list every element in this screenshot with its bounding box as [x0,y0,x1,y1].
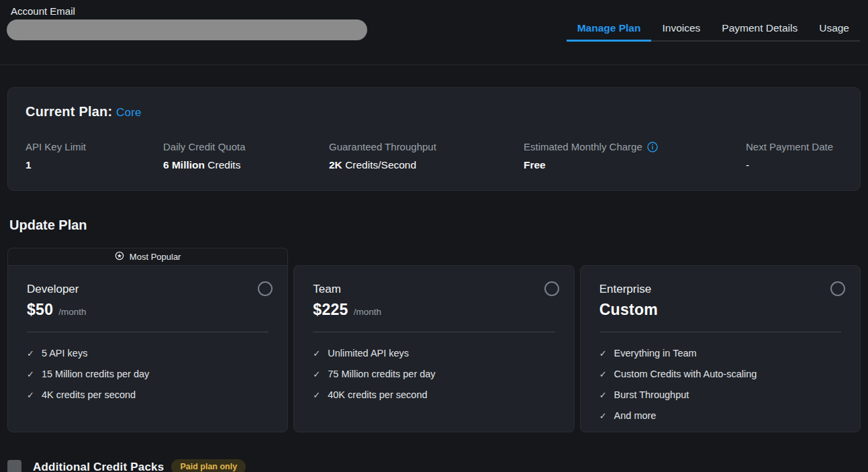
check-icon: ✓ [27,391,34,399]
plan-price: Custom [599,301,658,319]
plan-card-enterprise[interactable]: Enterprise Custom ✓ Everything in Team [580,265,861,432]
info-icon[interactable] [647,142,658,152]
page-header: Account Email Manage Plan Invoices Payme… [0,5,868,65]
plan-price: $225 [313,301,348,319]
check-icon: ✓ [313,349,320,358]
stat-daily-credit-quota: Daily Credit Quota 6 Million Credits [163,141,329,171]
plan-name: Team [313,283,554,296]
tab-manage-plan[interactable]: Manage Plan [567,5,652,42]
stat-next-payment-date: Next Payment Date - [746,141,842,171]
plan-option-developer: Most Popular Developer $50 /month ✓ 5 AP… [7,248,288,432]
plan-name: Enterprise [599,283,841,296]
plan-feature-item: ✓ Everything in Team [599,348,841,359]
plan-radio-team[interactable] [544,281,559,296]
plan-features: ✓ 5 API keys ✓ 15 Million credits per da… [27,348,269,400]
plan-period: /month [354,307,381,317]
tab-usage[interactable]: Usage [808,5,860,42]
plan-feature-item: ✓ 4K credits per second [27,389,269,400]
divider [313,332,554,332]
plan-option-enterprise: Enterprise Custom ✓ Everything in Team [580,265,861,432]
stat-estimated-monthly-charge: Estimated Monthly Charge Free [524,141,746,171]
most-popular-label: Most Popular [130,252,181,262]
plan-feature-item: ✓ 15 Million credits per day [27,369,269,379]
plan-feature-item: ✓ Burst Throughput [599,389,841,400]
current-plan-title: Current Plan: Core [26,104,842,120]
most-popular-icon [115,251,124,263]
tab-payment-details[interactable]: Payment Details [711,5,808,42]
additional-credit-packs-row: Additional Credit Packs Paid plan only [7,459,861,472]
divider [27,332,269,332]
additional-credit-packs-label: Additional Credit Packs [33,461,164,472]
divider [599,332,841,332]
plan-feature-item: ✓ 40K credits per second [313,389,554,400]
plan-options: Most Popular Developer $50 /month ✓ 5 AP… [7,248,861,432]
plan-period: /month [58,307,86,317]
check-icon: ✓ [27,370,34,379]
check-icon: ✓ [313,391,320,399]
plan-name: Developer [27,283,269,296]
plan-feature-item: ✓ 75 Million credits per day [313,369,554,379]
current-plan-stats: API Key Limit 1 Daily Credit Quota 6 Mil… [26,141,842,171]
plan-feature-item: ✓ Custom Credits with Auto-scaling [599,369,841,379]
stat-guaranteed-throughput: Guaranteed Throughput 2K Credits/Second [329,141,524,171]
tab-invoices[interactable]: Invoices [651,5,711,42]
plan-price: $50 [27,301,53,319]
check-icon: ✓ [599,391,607,399]
most-popular-banner: Most Popular [7,248,288,265]
additional-credit-packs-checkbox[interactable] [7,460,21,472]
plan-feature-item: ✓ Unlimited API keys [313,348,554,359]
plan-feature-item: ✓ 5 API keys [27,348,269,359]
plan-features: ✓ Everything in Team ✓ Custom Credits wi… [599,348,841,421]
plan-radio-enterprise[interactable] [830,281,845,296]
paid-plan-only-badge: Paid plan only [171,459,246,472]
current-plan-label: Current Plan: [26,104,112,119]
account-email-value [7,19,367,40]
check-icon: ✓ [313,370,320,379]
check-icon: ✓ [599,349,607,358]
check-icon: ✓ [599,412,607,420]
plan-radio-developer[interactable] [258,281,273,296]
plan-option-team: Team $225 /month ✓ Unlimited API keys [293,265,574,432]
check-icon: ✓ [599,370,607,379]
current-plan-card: Current Plan: Core API Key Limit 1 Daily… [7,87,861,191]
current-plan-name: Core [116,106,142,119]
main-content: Current Plan: Core API Key Limit 1 Daily… [0,87,868,472]
plan-card-developer[interactable]: Developer $50 /month ✓ 5 API keys [7,265,288,432]
plan-features: ✓ Unlimited API keys ✓ 75 Million credit… [313,348,554,400]
plan-feature-item: ✓ And more [599,410,841,421]
billing-tabs: Manage Plan Invoices Payment Details Usa… [567,5,860,42]
update-plan-heading: Update Plan [9,218,861,233]
check-icon: ✓ [27,349,34,358]
stat-api-key-limit: API Key Limit 1 [26,141,163,171]
plan-card-team[interactable]: Team $225 /month ✓ Unlimited API keys [293,265,574,432]
